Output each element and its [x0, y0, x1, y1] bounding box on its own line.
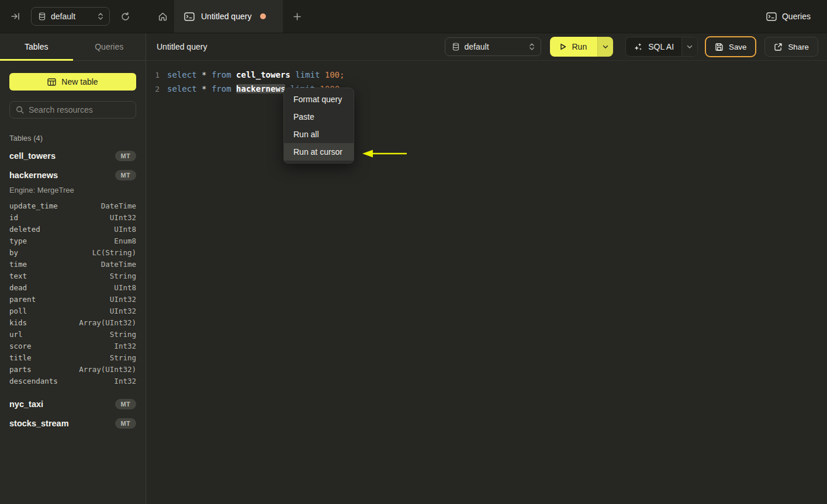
- unsaved-dot-icon: [260, 13, 266, 19]
- table-row-cell-towers[interactable]: cell_towers MT: [9, 146, 136, 165]
- column-name: id: [9, 213, 18, 222]
- menu-item-paste[interactable]: Paste: [284, 108, 354, 126]
- query-title: Untitled query: [157, 42, 207, 51]
- sidebar-tab-queries[interactable]: Queries: [73, 33, 146, 60]
- tab-title: Untitled query: [201, 12, 251, 21]
- save-button[interactable]: Save: [705, 36, 756, 57]
- column-list: update_time DateTime id UInt32 deleted U…: [9, 200, 136, 387]
- share-icon: [774, 43, 783, 51]
- new-table-button[interactable]: New table: [9, 73, 136, 91]
- column-name: kids: [9, 318, 27, 327]
- database-icon: [452, 43, 459, 51]
- table-name: stocks_stream: [9, 419, 69, 428]
- column-name: deleted: [9, 225, 40, 234]
- engine-badge: MT: [115, 399, 136, 409]
- column-name: time: [9, 260, 27, 269]
- run-dropdown-button[interactable]: [597, 37, 613, 57]
- table-name: cell_towers: [9, 151, 56, 161]
- sub-bar: TablesQueries Untitled query default Run: [0, 33, 827, 61]
- sql-ai-label: SQL AI: [648, 42, 674, 51]
- sql-editor[interactable]: 1select * from cell_towers limit 100;2se…: [146, 61, 827, 504]
- table-row-nyc-taxi[interactable]: nyc_taxi MT: [9, 394, 136, 413]
- chevron-updown-icon: [529, 43, 535, 51]
- column-row: url String: [9, 328, 136, 340]
- refresh-icon[interactable]: [118, 9, 133, 24]
- column-name: poll: [9, 307, 27, 315]
- editor-header-actions: default Run: [445, 36, 819, 57]
- menu-item-format-query[interactable]: Format query: [284, 91, 354, 108]
- column-type: Enum8: [114, 237, 136, 245]
- column-row: deleted UInt8: [9, 223, 136, 235]
- column-row: parent UInt32: [9, 293, 136, 305]
- table-name: hackernews: [9, 171, 58, 180]
- column-name: title: [9, 353, 32, 362]
- tables-section-label: Tables (4): [9, 134, 136, 142]
- column-name: type: [9, 237, 27, 245]
- database-selector[interactable]: default: [445, 37, 541, 56]
- tab-untitled-query[interactable]: Untitled query: [174, 0, 283, 33]
- run-button[interactable]: Run: [550, 37, 598, 57]
- engine-badge: MT: [115, 170, 136, 180]
- column-row: type Enum8: [9, 235, 136, 246]
- column-name: descendants: [9, 377, 58, 385]
- table-list: cell_towers MT hackernews MT Engine: Mer…: [9, 146, 136, 433]
- column-name: url: [9, 330, 23, 339]
- column-name: text: [9, 272, 27, 280]
- column-type: DateTime: [101, 260, 136, 269]
- code-line[interactable]: 1select * from cell_towers limit 100;: [146, 68, 827, 82]
- code-lines: 1select * from cell_towers limit 100;2se…: [146, 68, 827, 96]
- save-icon: [715, 43, 724, 51]
- table-row-hackernews[interactable]: hackernews MT: [9, 165, 136, 185]
- database-selector-value: default: [51, 12, 92, 21]
- menu-item-run-at-cursor[interactable]: Run at cursor: [284, 143, 354, 161]
- column-type: UInt32: [110, 307, 136, 315]
- context-menu: Format queryPasteRun allRun at cursor: [283, 88, 354, 164]
- new-table-label: New table: [61, 77, 98, 86]
- database-selector[interactable]: default: [31, 7, 110, 26]
- home-icon[interactable]: [151, 0, 174, 33]
- column-type: Int32: [114, 377, 136, 385]
- column-type: LC(String): [92, 248, 136, 257]
- table-icon: [47, 78, 56, 86]
- column-row: descendants Int32: [9, 375, 136, 387]
- code-line[interactable]: 2select * from hackernews limit 1000: [146, 82, 827, 96]
- sidebar-tabs: TablesQueries: [0, 33, 146, 61]
- sidebar-tab-tables[interactable]: Tables: [0, 33, 73, 60]
- engine-label: Engine: MergeTree: [9, 186, 136, 194]
- collapse-sidebar-icon[interactable]: [8, 9, 23, 23]
- engine-badge: MT: [115, 418, 136, 429]
- table-row-stocks-stream[interactable]: stocks_stream MT: [9, 413, 136, 433]
- sidebar: New table Tables (4) cell_towers MT hack…: [0, 61, 146, 504]
- queries-label: Queries: [782, 12, 811, 21]
- column-name: score: [9, 342, 32, 350]
- line-number: 2: [146, 85, 167, 93]
- engine-badge: MT: [115, 151, 136, 161]
- column-type: String: [110, 353, 136, 362]
- table-name: nyc_taxi: [9, 399, 43, 409]
- column-row: poll UInt32: [9, 305, 136, 317]
- database-selector-value: default: [465, 42, 524, 51]
- terminal-icon: [766, 12, 777, 21]
- sql-ai-dropdown-button[interactable]: [681, 37, 697, 56]
- column-type: Array(UInt32): [79, 318, 136, 327]
- search-box: [9, 101, 136, 119]
- queries-button[interactable]: Queries: [766, 0, 811, 33]
- column-type: UInt8: [114, 225, 136, 234]
- database-icon: [39, 12, 46, 20]
- new-tab-button[interactable]: [283, 0, 311, 33]
- run-label: Run: [572, 42, 587, 51]
- sparkles-icon: [634, 42, 643, 51]
- share-label: Share: [788, 43, 809, 51]
- column-type: String: [110, 330, 136, 339]
- sql-ai-button[interactable]: SQL AI: [626, 37, 681, 56]
- column-row: id UInt32: [9, 211, 136, 223]
- column-name: parent: [9, 295, 36, 304]
- column-name: update_time: [9, 201, 58, 210]
- chevron-updown-icon: [98, 12, 103, 20]
- menu-item-run-all[interactable]: Run all: [284, 126, 354, 143]
- column-name: dead: [9, 283, 27, 292]
- share-button[interactable]: Share: [764, 37, 818, 57]
- column-type: UInt32: [110, 295, 136, 304]
- search-input[interactable]: [29, 105, 134, 114]
- topbar-left-group: default: [0, 0, 146, 33]
